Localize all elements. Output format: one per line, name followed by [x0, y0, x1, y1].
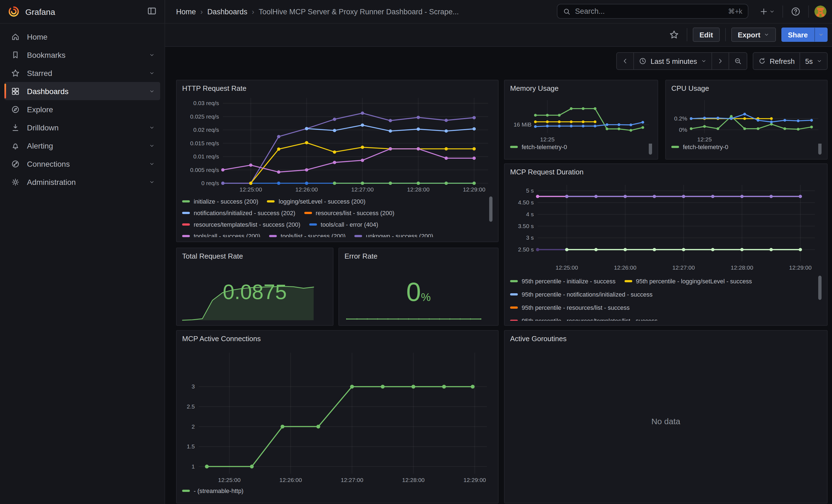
sidebar-item-dashboards[interactable]: Dashboards — [4, 82, 160, 100]
svg-text:12:25: 12:25 — [697, 136, 712, 142]
legend-series-color — [182, 490, 190, 492]
legend-series-color — [182, 223, 190, 225]
legend-scrollbar[interactable] — [818, 276, 822, 300]
chevron-down-icon[interactable] — [149, 52, 155, 57]
time-controls: Last 5 minutes Refresh — [616, 52, 828, 70]
svg-text:12:26:00: 12:26:00 — [295, 186, 318, 192]
legend-series-color — [267, 200, 275, 202]
panel-total-request-rate: Total Request Rate 0.0875 — [176, 247, 334, 326]
legend-item[interactable]: fetch-telemetry-0 — [671, 143, 728, 150]
legend-item[interactable]: 95th percentile - notifications/initiali… — [510, 291, 653, 298]
panel-title[interactable]: Total Request Rate — [182, 251, 328, 261]
refresh-icon — [758, 57, 766, 65]
user-avatar[interactable] — [814, 5, 827, 18]
legend-scrollbar[interactable] — [818, 143, 822, 155]
legend-item[interactable]: resources/templates/list - success (200) — [182, 221, 301, 228]
svg-text:12:26:00: 12:26:00 — [280, 477, 302, 483]
grafana-app: Grafana Home › Dashboards › ToolHive MCP… — [0, 0, 832, 504]
legend-item[interactable]: unknown - success (200) — [354, 233, 433, 237]
refresh-interval-picker[interactable]: 5s — [800, 53, 827, 69]
http-request-rate-chart[interactable]: 0 req/s0.005 req/s0.01 req/s0.015 req/s0… — [182, 94, 493, 194]
svg-text:12:28:00: 12:28:00 — [402, 477, 425, 483]
sidebar-item-administration[interactable]: Administration — [4, 173, 160, 191]
breadcrumb: Home › Dashboards › ToolHive MCP Server … — [176, 7, 459, 16]
chevron-down-icon[interactable] — [149, 88, 155, 94]
edit-button[interactable]: Edit — [693, 27, 720, 42]
search-input[interactable]: Search... ⌘+k — [557, 4, 748, 19]
legend-scrollbar[interactable] — [489, 196, 493, 222]
time-shift-back-button[interactable] — [617, 53, 633, 69]
svg-text:0 req/s: 0 req/s — [201, 180, 219, 186]
refresh-button[interactable]: Refresh — [753, 53, 800, 69]
breadcrumb-current: ToolHive MCP Server & Proxy Runner Dashb… — [259, 7, 459, 16]
legend-item[interactable]: 95th percentile - initialize - success — [510, 278, 616, 285]
svg-text:12:28:00: 12:28:00 — [731, 264, 753, 271]
zoom-out-time-button[interactable] — [728, 53, 747, 69]
legend-item[interactable]: tools/call - error (404) — [309, 221, 378, 228]
sidebar-item-alerting[interactable]: Alerting — [4, 136, 160, 155]
svg-text:0.2%: 0.2% — [674, 115, 687, 122]
legend-item[interactable]: fetch-telemetry-0 — [510, 143, 567, 150]
bookmark-icon — [11, 50, 20, 59]
legend-item[interactable]: resources/list - success (200) — [304, 209, 394, 216]
legend-scrollbar[interactable] — [649, 143, 652, 155]
grafana-logo-icon[interactable] — [8, 5, 20, 18]
dock-sidebar-button[interactable] — [146, 5, 158, 19]
panel-title[interactable]: MCP Active Connections — [182, 334, 493, 344]
export-button[interactable]: Export — [731, 27, 776, 42]
legend-item[interactable]: logging/setLevel - success (200) — [267, 198, 366, 205]
chevron-down-icon[interactable] — [149, 161, 155, 166]
sidebar-item-bookmarks[interactable]: Bookmarks — [4, 46, 160, 64]
legend-item[interactable]: tools/call - success (200) — [182, 233, 260, 237]
clock-icon — [639, 57, 647, 65]
sidebar-item-home[interactable]: Home — [4, 27, 160, 46]
legend-item[interactable]: initialize - success (200) — [182, 198, 258, 205]
add-new-button[interactable] — [757, 5, 777, 18]
panel-title[interactable]: MCP Request Duration — [510, 167, 822, 177]
svg-text:0.01 req/s: 0.01 req/s — [193, 153, 219, 160]
time-range-picker[interactable]: Last 5 minutes — [633, 53, 711, 69]
mcp-active-connections-chart[interactable]: 11.522.5312:25:0012:26:0012:27:0012:28:0… — [182, 344, 493, 487]
main-content: Edit Export Share — [165, 23, 832, 504]
legend-item[interactable]: 95th percentile - resources/list - succe… — [510, 304, 630, 311]
divider — [808, 5, 809, 18]
sidebar-item-connections[interactable]: Connections — [4, 155, 160, 173]
panel-title[interactable]: Error Rate — [344, 251, 493, 261]
chevron-down-icon[interactable] — [149, 143, 155, 148]
legend-row: 95th percentile - resources/templates/li… — [510, 314, 822, 321]
legend-item[interactable]: notifications/initialized - success (202… — [182, 209, 295, 216]
cpu-usage-chart[interactable]: 0.2%0%12:25 — [671, 94, 822, 143]
legend-item[interactable]: - (streamable-http) — [182, 487, 243, 494]
breadcrumb-home[interactable]: Home — [176, 7, 196, 16]
top-navigation: Grafana Home › Dashboards › ToolHive MCP… — [0, 0, 832, 24]
panel-title[interactable]: Active Goroutines — [510, 334, 822, 344]
chevron-left-icon — [622, 58, 628, 64]
legend-item[interactable]: tools/list - success (200) — [269, 233, 345, 237]
sidebar-item-drilldown[interactable]: Drilldown — [4, 118, 160, 136]
chevron-down-icon[interactable] — [149, 125, 155, 130]
favorite-star-button[interactable] — [667, 27, 681, 42]
svg-text:3.50 s: 3.50 s — [518, 223, 534, 229]
memory-usage-chart[interactable]: 16 MiB12:25 — [510, 94, 652, 143]
legend-series-color — [269, 235, 277, 237]
panel-title[interactable]: HTTP Request Rate — [182, 84, 493, 94]
sidebar-item-starred[interactable]: Starred — [4, 64, 160, 82]
help-button[interactable] — [788, 4, 803, 19]
legend-series-color — [510, 307, 518, 309]
legend-series-label: tools/list - success (200) — [281, 233, 345, 237]
star-icon — [11, 69, 20, 77]
share-button[interactable]: Share — [781, 27, 814, 42]
panel-legend: fetch-telemetry-0 — [671, 143, 822, 155]
share-options-button[interactable] — [814, 27, 828, 42]
dashboard-toolbar: Edit Export Share — [165, 23, 832, 47]
chevron-down-icon[interactable] — [149, 70, 155, 76]
sidebar-item-explore[interactable]: Explore — [4, 100, 160, 118]
panel-title[interactable]: CPU Usage — [671, 84, 822, 94]
legend-item[interactable]: 95th percentile - resources/templates/li… — [510, 317, 657, 321]
mcp-request-duration-chart[interactable]: 5 s4.50 s4 s3.50 s3 s2.50 s12:25:0012:26… — [510, 177, 822, 273]
panel-title[interactable]: Memory Usage — [510, 84, 652, 94]
chevron-down-icon[interactable] — [149, 179, 155, 185]
time-shift-forward-button[interactable] — [711, 53, 728, 69]
breadcrumb-dashboards[interactable]: Dashboards — [207, 7, 248, 16]
legend-item[interactable]: 95th percentile - logging/setLevel - suc… — [624, 278, 752, 285]
